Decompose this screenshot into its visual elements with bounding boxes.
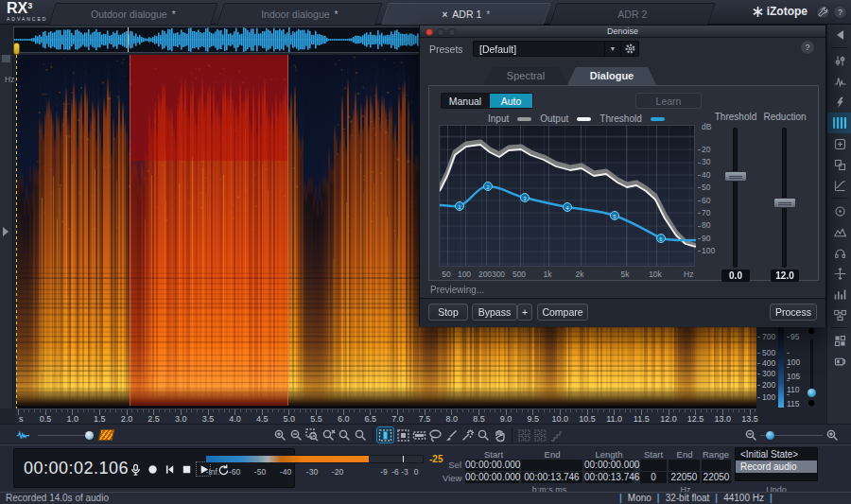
tab-spectral[interactable]: Spectral: [484, 67, 567, 85]
region-list-button[interactable]: [548, 427, 564, 443]
dialog-title-bar[interactable]: Denoise: [420, 26, 825, 38]
dialog-help-button[interactable]: ?: [801, 41, 814, 54]
compare-button[interactable]: Compare: [537, 304, 588, 321]
preset-selector[interactable]: [Default] ▼: [473, 41, 639, 57]
tab-close-icon[interactable]: ×: [442, 9, 447, 20]
collapse-panel-button[interactable]: [827, 25, 851, 45]
view-end-hz[interactable]: 22050: [669, 472, 700, 483]
return-to-start-button[interactable]: [162, 461, 177, 477]
left-scroll-strip[interactable]: [0, 55, 13, 408]
timeline-zoom-slider-knob[interactable]: [766, 431, 774, 440]
expand-arrow-icon[interactable]: [3, 227, 9, 236]
view-start-hz[interactable]: 0: [640, 472, 667, 483]
timeline-zoom-in-button[interactable]: [825, 427, 841, 443]
waveform-view-button[interactable]: [15, 427, 31, 443]
record-monitor-button[interactable]: [128, 461, 143, 477]
module-leveler[interactable]: [827, 221, 851, 242]
view-start-time[interactable]: 00:00:00.000: [465, 472, 519, 483]
threshold-value[interactable]: 0.0: [721, 269, 750, 282]
undo-history-item[interactable]: <Initial State>: [736, 448, 817, 461]
view-end-time[interactable]: 00:00:13.746: [521, 472, 582, 483]
sel-length-time[interactable]: 00:00:00.000: [584, 460, 634, 471]
spectrogram-view-button[interactable]: [98, 427, 114, 443]
module-clip-info[interactable]: [827, 351, 851, 372]
module-declip[interactable]: [827, 71, 851, 92]
module-statistics[interactable]: [827, 284, 851, 304]
playhead-pin-marker[interactable]: [13, 43, 20, 55]
sel-end-time[interactable]: [521, 460, 582, 471]
undo-history-item-selected[interactable]: Record audio: [736, 461, 817, 473]
help-button[interactable]: ?: [833, 5, 847, 19]
sample-rate[interactable]: 44100 Hz: [723, 493, 764, 503]
module-batch[interactable]: [827, 304, 851, 325]
tab-dialogue[interactable]: Dialogue: [567, 67, 656, 85]
reduction-slider-knob[interactable]: [773, 198, 796, 208]
module-monitor[interactable]: [827, 242, 851, 263]
brush-tool[interactable]: [443, 427, 460, 443]
frequency-selection-tool[interactable]: [411, 427, 427, 443]
zoom-selection-button[interactable]: [304, 427, 321, 443]
threshold-curve[interactable]: [440, 186, 696, 240]
bit-depth[interactable]: 32-bit float: [666, 493, 710, 503]
sel-end-hz[interactable]: [669, 460, 700, 471]
module-gain[interactable]: [827, 50, 851, 71]
timeline-zoom-out-button[interactable]: [743, 427, 759, 443]
chevron-down-icon[interactable]: ▼: [604, 42, 620, 56]
preset-options-button[interactable]: [620, 42, 638, 56]
meter-peak-readout[interactable]: -25: [429, 454, 443, 464]
zoom-reset-button[interactable]: [321, 427, 337, 443]
zoom-horizontal-button[interactable]: [353, 427, 369, 443]
tab-adr-2[interactable]: ADR 2: [549, 3, 715, 25]
sel-range-hz[interactable]: [702, 460, 731, 471]
noise-curve-graph[interactable]: 1 2 3 4 5 6: [439, 125, 695, 267]
zoom-in-button[interactable]: [272, 427, 288, 443]
zoom-out-button[interactable]: [288, 427, 304, 443]
preset-value[interactable]: [Default]: [474, 42, 604, 56]
channel-mode[interactable]: Mono: [628, 493, 651, 503]
auto-mode-button[interactable]: Auto: [490, 93, 533, 109]
sel-start-time[interactable]: 00:00:00.000: [465, 460, 519, 471]
lasso-tool[interactable]: [427, 427, 443, 443]
find-similar-all-button[interactable]: [532, 427, 548, 443]
time-frequency-selection-tool[interactable]: [395, 427, 411, 443]
grab-tool[interactable]: [492, 427, 508, 443]
module-dither[interactable]: [827, 200, 851, 221]
range-slider-knob[interactable]: [808, 389, 816, 397]
bypass-add-button[interactable]: +: [517, 304, 532, 321]
stop-button[interactable]: [179, 461, 194, 477]
bypass-button[interactable]: Bypass: [472, 304, 517, 321]
time-selection-tool[interactable]: [377, 427, 393, 443]
view-blend-slider-knob[interactable]: [85, 431, 94, 440]
module-channel-operations[interactable]: [827, 154, 851, 175]
process-button[interactable]: Process: [770, 304, 817, 321]
tab-indoor-dialogue[interactable]: Indoor dialogue*: [217, 3, 382, 25]
view-range-hz[interactable]: 22050: [702, 472, 731, 483]
tab-adr-1[interactable]: ×ADR 1*: [381, 3, 550, 25]
module-denoise[interactable]: [827, 113, 851, 133]
zoom-tool[interactable]: [476, 427, 492, 443]
find-similar-button[interactable]: [516, 427, 532, 443]
learn-button[interactable]: Learn: [635, 93, 702, 109]
module-declick[interactable]: [827, 92, 851, 113]
stop-preview-button[interactable]: Stop: [428, 304, 468, 321]
settings-wrench-button[interactable]: [816, 5, 830, 19]
view-blend-slider-track[interactable]: [38, 435, 91, 436]
module-markers[interactable]: [827, 330, 851, 351]
view-length-time[interactable]: 00:00:13.746: [584, 472, 634, 483]
tab-outdoor-dialogue[interactable]: Outdoor dialogue*: [48, 3, 217, 25]
reduction-value[interactable]: 12.0: [771, 269, 799, 282]
curves-plot[interactable]: 1 2 3 4 5 6: [440, 126, 696, 268]
zoom-vertical-button[interactable]: [337, 427, 353, 443]
record-button[interactable]: [145, 461, 160, 477]
zoom-in-icon[interactable]: [807, 326, 819, 339]
zoom-out-icon[interactable]: [807, 398, 819, 410]
magic-wand-tool[interactable]: [460, 427, 476, 443]
time-ruler[interactable]: s 0.51.01.52.02.53.03.54.04.55.05.56.06.…: [16, 408, 756, 424]
threshold-slider-knob[interactable]: [724, 171, 747, 182]
spectrogram-range-slider[interactable]: [803, 326, 820, 408]
overview-playhead-cursor[interactable]: [128, 27, 129, 52]
module-spectral-repair[interactable]: [827, 133, 851, 154]
module-resample[interactable]: [827, 263, 851, 284]
threshold-curve-nodes[interactable]: 1 2 3 4 5 6: [456, 182, 666, 243]
module-eq[interactable]: [827, 175, 851, 196]
